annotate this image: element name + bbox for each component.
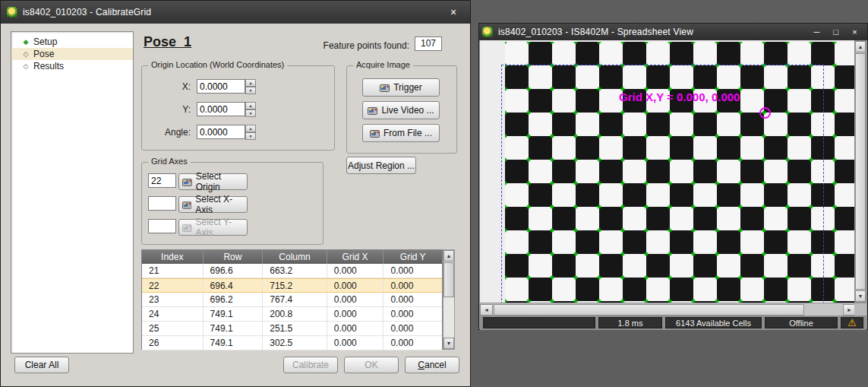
scroll-up-icon[interactable]: ▲	[855, 41, 866, 52]
column-header[interactable]: Grid Y	[383, 250, 442, 264]
camera-icon	[368, 106, 377, 115]
sidebar-item-pose[interactable]: ◇ Pose	[11, 48, 133, 60]
button-label: Cancel	[418, 360, 446, 370]
select-y-axis-button: Select Y-Axis	[178, 219, 248, 236]
sidebar-item-setup[interactable]: ◆ Setup	[11, 36, 133, 48]
button-label: Select Y-Axis	[196, 217, 247, 238]
scroll-left-icon[interactable]: ◄	[480, 304, 493, 316]
table-cell: 696.2	[204, 293, 264, 306]
camera-icon	[182, 224, 192, 232]
window-title: is8402_010203 - IS8402M - Spreadsheet Vi…	[498, 27, 807, 37]
feature-points-label: Feature points found:	[305, 40, 409, 51]
calibrate-button: Calibrate	[283, 357, 338, 373]
warning-icon[interactable]: ⚠	[847, 318, 857, 328]
scrollbar-thumb[interactable]	[443, 262, 454, 297]
spreadsheet-view-window: is8402_010203 - IS8402M - Spreadsheet Vi…	[478, 23, 868, 330]
from-file-button[interactable]: From File ...	[362, 124, 440, 142]
origin-axis-row: Select Origin	[148, 173, 248, 190]
column-header[interactable]: Index	[142, 250, 204, 264]
minimize-icon[interactable]: ─	[807, 26, 826, 39]
column-header[interactable]: Column	[263, 250, 327, 264]
status-blank-segment	[483, 317, 595, 328]
button-label: Calibrate	[292, 360, 329, 370]
button-label: Live Video ...	[381, 105, 434, 116]
x-spinner: ▲ ▼	[245, 79, 256, 94]
status-cells: 6143 Available Cells	[665, 317, 762, 328]
select-x-axis-button[interactable]: Select X-Axis	[178, 196, 248, 213]
spreadsheet-window-titlebar[interactable]: is8402_010203 - IS8402M - Spreadsheet Vi…	[479, 24, 867, 40]
sidebar-item-label: Setup	[33, 36, 57, 48]
pose-tree-panel: ◆ Setup ◇ Pose ◇ Results	[11, 31, 134, 354]
table-cell: 0.000	[383, 307, 442, 321]
scroll-down-icon[interactable]: ▼	[855, 290, 866, 302]
image-vertical-scrollbar[interactable]: ▲ ▼	[854, 40, 866, 303]
group-title: Origin Location (World Coordinates)	[148, 60, 287, 69]
spinner-down-icon[interactable]: ▼	[245, 132, 256, 140]
table-cell: 0.000	[327, 293, 384, 306]
x-field[interactable]	[197, 79, 245, 94]
button-label: Select X-Axis	[195, 194, 247, 215]
table-row[interactable]: 21696.6663.20.0000.000	[142, 264, 442, 278]
table-row[interactable]: 22696.4715.20.0000.000	[142, 278, 442, 293]
table-header-row: Index Row Column Grid X Grid Y	[142, 250, 442, 264]
clear-all-button[interactable]: Clear All	[14, 357, 69, 373]
image-client-area: Grid X,Y = 0.000, 0.000 ▲ ▼	[480, 40, 866, 303]
scroll-down-icon[interactable]: ▼	[443, 338, 454, 349]
calibrate-window-titlebar[interactable]: is8402_010203 - CalibrateGrid ×	[1, 1, 470, 24]
table-row[interactable]: 23696.2767.40.0000.000	[142, 293, 442, 307]
spinner-up-icon[interactable]: ▲	[245, 79, 256, 87]
table-cell: 715.2	[263, 279, 327, 292]
spinner-up-icon[interactable]: ▲	[245, 125, 256, 132]
table-cell: 749.1	[204, 322, 264, 335]
group-title: Acquire Image	[353, 60, 413, 69]
spinner-down-icon[interactable]: ▼	[245, 109, 256, 117]
x-axis-index-field[interactable]	[148, 196, 176, 211]
scrollbar-thumb[interactable]	[855, 53, 866, 290]
y-field[interactable]	[197, 102, 245, 116]
maximize-icon[interactable]: □	[826, 26, 845, 39]
status-bar: 1.8 ms 6143 Available Cells Offline ⚠	[480, 316, 866, 330]
table-row[interactable]: 24749.1200.80.0000.000	[142, 307, 442, 322]
table-row[interactable]: 25749.1251.50.0000.000	[142, 322, 442, 336]
scrollbar-thumb[interactable]	[494, 304, 804, 316]
table-cell: 0.000	[327, 307, 384, 321]
button-label: OK	[365, 360, 377, 370]
table-cell: 663.2	[263, 264, 327, 278]
calibration-image-canvas[interactable]: Grid X,Y = 0.000, 0.000	[480, 40, 854, 303]
scroll-up-icon[interactable]: ▲	[443, 250, 454, 262]
button-label: Trigger	[393, 82, 422, 93]
sidebar-item-results[interactable]: ◇ Results	[11, 60, 133, 72]
diamond-icon: ◆	[22, 36, 30, 48]
cancel-button[interactable]: Cancel	[405, 357, 459, 373]
table-cell: 24	[142, 307, 204, 321]
table-cell: 302.5	[263, 336, 327, 350]
grid-origin-marker-icon	[759, 107, 771, 119]
column-header[interactable]: Row	[204, 250, 264, 264]
spinner-up-icon[interactable]: ▲	[245, 102, 256, 109]
camera-icon	[182, 201, 191, 209]
table-scrollbar[interactable]: ▲ ▼	[443, 249, 455, 350]
column-header[interactable]: Grid X	[327, 250, 384, 264]
app-icon	[7, 7, 17, 17]
table-cell: 0.000	[327, 264, 384, 278]
origin-index-field[interactable]	[148, 173, 176, 188]
adjust-region-button[interactable]: Adjust Region ...	[346, 157, 416, 174]
live-video-button[interactable]: Live Video ...	[362, 101, 440, 119]
table-row[interactable]: 26749.1302.50.0000.000	[142, 336, 442, 351]
y-axis-row: Select Y-Axis	[148, 219, 248, 236]
y-axis-index-field[interactable]	[148, 219, 176, 233]
pose-table-body: 21696.6663.20.0000.00022696.4715.20.0000…	[142, 264, 442, 351]
angle-field[interactable]	[197, 125, 245, 139]
camera-icon	[182, 178, 192, 186]
calibrate-grid-window: is8402_010203 - CalibrateGrid × ◆ Setup …	[0, 0, 471, 387]
diamond-icon: ◇	[22, 60, 30, 72]
spinner-down-icon[interactable]: ▼	[245, 87, 256, 94]
status-warning-segment: ⚠	[841, 317, 863, 328]
select-origin-button[interactable]: Select Origin	[178, 173, 248, 190]
group-title: Grid Axes	[148, 157, 191, 166]
table-cell: 0.000	[327, 322, 384, 335]
close-icon[interactable]: ×	[443, 5, 464, 20]
trigger-button[interactable]: Trigger	[362, 78, 440, 97]
close-icon[interactable]: ×	[845, 26, 864, 39]
image-horizontal-scrollbar[interactable]: ◄ ►	[480, 303, 866, 316]
